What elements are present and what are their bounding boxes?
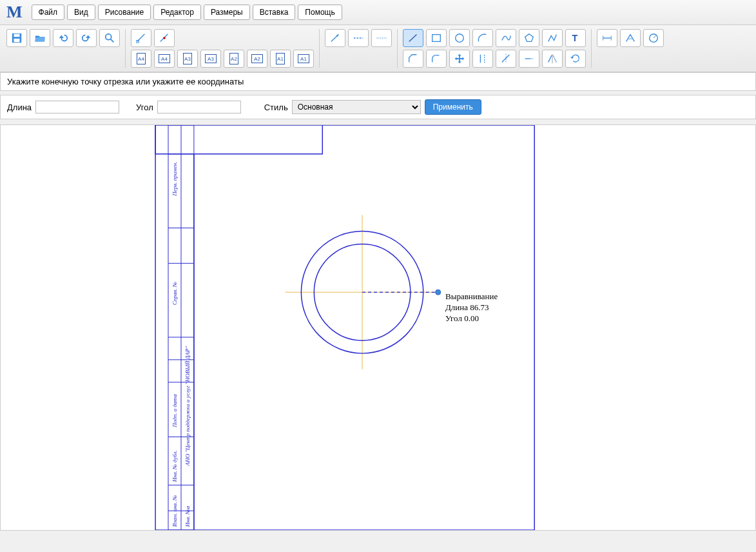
paper-a4-portrait[interactable]: A4 [131,50,151,68]
undo-icon[interactable] [53,29,73,47]
menu-drawing[interactable]: Рисование [98,5,151,20]
icon-toolbar: A4 A4 A3 A3 A2 A2 A1 A1 T [0,25,756,72]
svg-rect-1 [14,34,20,37]
move-tool-icon[interactable] [449,50,470,68]
menu-file[interactable]: Файл [32,5,65,20]
arc-tool-icon[interactable] [472,29,493,47]
fillet-tool-icon[interactable] [426,50,447,68]
line-tool-icon[interactable] [403,29,423,47]
paper-a3-landscape[interactable]: A3 [200,50,221,68]
tooltip-line1: Выравнивание [445,291,498,302]
tb-text-7: АНО "Центр поддержки и услуг "НОВЫЙ ДАР" [184,346,191,467]
svg-marker-25 [570,57,574,59]
style-select[interactable]: Основная [292,100,421,114]
save-icon[interactable] [6,29,27,47]
mirror-tool-icon[interactable] [542,50,563,68]
polyline-tool-icon[interactable] [542,29,563,47]
paper-a1-landscape[interactable]: A1 [293,50,314,68]
paper-a3-portrait[interactable]: A3 [177,50,198,68]
dim-linear-icon[interactable] [597,29,617,47]
svg-marker-16 [525,34,534,42]
length-label: Длина [7,103,32,112]
redo-icon[interactable] [76,29,97,47]
angle-label: Угол [136,103,153,112]
angle-input[interactable] [157,101,241,113]
paper-a4-landscape[interactable]: A4 [154,50,175,68]
paper-a2-portrait[interactable]: A2 [224,50,244,68]
trim-tool-icon[interactable] [496,50,516,68]
svg-line-4 [111,39,114,43]
tb-text-2: Справ. № [171,282,178,305]
svg-rect-31 [155,125,534,530]
tb-text-3: Подп. и дата [171,394,178,428]
offset-tool-icon[interactable] [472,50,493,68]
status-bar: Укажите конечную точку отрезка или укажи… [0,72,756,91]
svg-rect-2 [14,39,20,42]
svg-point-3 [106,34,111,40]
dim-radius-icon[interactable] [643,29,664,47]
rotate-tool-icon[interactable] [565,50,586,68]
linestyle-solid-arrow-icon[interactable] [325,29,345,47]
open-icon[interactable] [30,29,50,47]
tb-text-5: Взам. инв. № [171,495,178,527]
extend-tool-icon[interactable] [519,50,539,68]
svg-rect-14 [432,35,441,42]
app-logo: M [4,3,25,22]
paper-a1-portrait[interactable]: A1 [270,50,291,68]
length-input[interactable] [35,101,119,113]
spline-tool-icon[interactable] [496,29,516,47]
svg-point-49 [436,290,441,295]
zoom-icon[interactable] [99,29,120,47]
text-tool-icon[interactable]: T [565,29,586,47]
style-label: Стиль [264,103,288,112]
svg-point-15 [456,34,464,43]
paper-a2-landscape[interactable]: A2 [247,50,267,68]
menu-help[interactable]: Помощь [298,5,342,20]
status-text: Укажите конечную точку отрезка или укажи… [7,77,244,86]
polygon-tool-icon[interactable] [519,29,539,47]
menu-editor[interactable]: Редактор [153,5,201,20]
svg-text:T: T [572,33,578,43]
cursor-tooltip: Выравнивание Длина 86.73 Угол 0.00 [445,291,498,324]
svg-line-30 [654,35,657,39]
menu-dimensions[interactable]: Размеры [204,5,250,20]
tooltip-line3: Угол 0.00 [445,313,498,324]
svg-point-8 [163,37,166,39]
apply-button[interactable]: Применить [425,99,481,115]
menu-insert[interactable]: Вставка [253,5,296,20]
dim-angle-icon[interactable] [620,29,641,47]
svg-line-13 [409,35,417,42]
circle-tool-icon[interactable] [449,29,470,47]
params-bar: Длина Угол Стиль Основная Применить [0,95,756,119]
tb-text-1: Перв. примен. [171,161,178,196]
tooltip-line2: Длина 86.73 [445,302,498,313]
rect-tool-icon[interactable] [426,29,447,47]
drawing-canvas[interactable]: Перв. примен. Справ. № Подп. и дата Инв.… [0,124,756,531]
chamfer-tool-icon[interactable] [403,50,423,68]
menu-bar: M Файл Вид Рисование Редактор Размеры Вс… [0,0,756,25]
line-snap-icon[interactable] [131,29,151,47]
menu-view[interactable]: Вид [67,5,95,20]
linestyle-dashed-icon[interactable] [348,29,369,47]
tb-text-6: Инв. №а [184,506,191,527]
tb-text-4: Инв. № дубл. [171,450,178,482]
linestyle-dotted-icon[interactable] [371,29,392,47]
angle-snap-icon[interactable] [154,29,175,47]
